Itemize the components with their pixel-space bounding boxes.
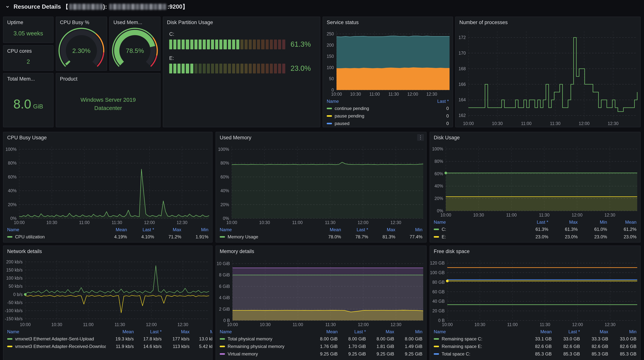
series-name[interactable]: Total physical memory xyxy=(228,336,272,342)
legend-column-header[interactable]: Min xyxy=(578,218,607,226)
panel-title[interactable]: Product xyxy=(60,76,78,81)
series-name[interactable]: continue pending xyxy=(334,106,369,111)
legend-column-header[interactable]: Name xyxy=(220,226,314,233)
legend-column-header[interactable]: Max xyxy=(548,218,578,226)
panel-title[interactable]: CPU cores xyxy=(7,48,32,54)
legend-column-header[interactable]: Min xyxy=(181,226,208,233)
legend-row[interactable]: Remaining space E:82.6 GB82.6 GB82.6 GB8… xyxy=(434,343,636,350)
panel-title[interactable]: Memory details xyxy=(220,248,254,254)
legend-column-header[interactable]: Max xyxy=(368,226,395,233)
legend-column-header[interactable]: Min xyxy=(395,226,422,233)
legend-row[interactable]: vmxnet3 Ethernet Adapter-Sent-Upload19.3… xyxy=(7,335,212,343)
panel-title[interactable]: CPU Busy % xyxy=(60,19,89,25)
legend-row[interactable]: Virtual memory9.25 GiB9.25 GiB9.25 GiB9.… xyxy=(220,350,422,358)
disk-e-percent: 23.0% xyxy=(290,64,314,73)
legend-column-header[interactable]: Name xyxy=(434,328,524,335)
panel-title[interactable]: Number of processes xyxy=(459,19,508,25)
legend-column-header[interactable]: Last * xyxy=(338,328,366,335)
legend-row[interactable]: continue pending0 xyxy=(327,105,449,112)
panel-title[interactable]: Used Mem... xyxy=(114,19,142,25)
legend-column-header[interactable]: Mean xyxy=(310,328,338,335)
legend-column-header[interactable]: Mean xyxy=(607,218,636,226)
legend-column-header[interactable]: Name xyxy=(327,97,415,105)
legend-column-header[interactable]: Max xyxy=(580,328,608,335)
series-name[interactable]: C: xyxy=(442,227,446,232)
series-name[interactable]: Virtual memory xyxy=(228,351,258,357)
memory-details-chart[interactable]: 10 GiB8 GiB6 GiB4 GiB2 GiB0 B10:0010:301… xyxy=(216,256,426,328)
series-name[interactable]: Remaining space C: xyxy=(442,336,482,342)
svg-text:11:00: 11:00 xyxy=(79,220,90,225)
panel-title[interactable]: CPU Busy Usage xyxy=(7,135,47,140)
svg-text:100%: 100% xyxy=(218,147,229,152)
series-name[interactable]: Memory Usage xyxy=(228,234,258,240)
legend-column-header[interactable]: Last * xyxy=(127,226,154,233)
processes-chart[interactable]: 16216416616817017210:0010:3011:0011:3012… xyxy=(456,27,640,127)
series-color-marker xyxy=(7,338,12,340)
panel-title[interactable]: Disk Usage xyxy=(434,135,460,140)
bargauge-cell xyxy=(178,39,180,49)
legend-column-header[interactable]: Last * xyxy=(552,328,580,335)
legend-column-header[interactable]: Last * xyxy=(341,226,368,233)
used-memory-chart[interactable]: 0%20%40%60%80%100%10:0010:3011:0011:3012… xyxy=(216,143,426,226)
legend-column-header[interactable]: Max xyxy=(154,226,181,233)
legend-row[interactable]: E:23.0%23.0%23.0%23.0% xyxy=(434,233,636,241)
legend-value: 1.70 GiB xyxy=(338,343,366,350)
legend-row[interactable]: Total space C:85.3 GB85.3 GB85.3 GB85.3 … xyxy=(434,350,636,358)
disk-usage-chart[interactable]: 0%20%40%60%80%100%10:0010:3011:0011:3012… xyxy=(430,143,640,218)
series-name[interactable]: pause pending xyxy=(334,113,364,119)
panel-title[interactable]: Uptime xyxy=(7,19,23,25)
panel-title[interactable]: Free disk space xyxy=(434,248,470,254)
legend-row[interactable]: CPU utilization4.19%4.10%71.2%1.91% xyxy=(7,233,208,241)
panel-title[interactable]: Service status xyxy=(327,19,359,25)
panel-uptime: Uptime 3.05 weeks xyxy=(3,16,54,43)
legend-column-header[interactable]: Name xyxy=(434,218,519,226)
legend-row[interactable]: C:61.3%61.3%61.0%61.2% xyxy=(434,226,636,233)
series-name[interactable]: vmxnet3 Ethernet Adapter-Received-Downlo… xyxy=(15,344,106,349)
legend-column-header[interactable]: Mean xyxy=(524,328,552,335)
legend-row[interactable]: Remaining physical memory1.76 GiB1.70 Gi… xyxy=(220,343,422,350)
legend-column-header[interactable]: Mean xyxy=(100,226,127,233)
panel-menu-icon[interactable]: ⋮ xyxy=(417,134,424,141)
series-name[interactable]: paused xyxy=(334,121,350,126)
legend-value: 82.6 GB xyxy=(552,343,580,350)
legend-column-header[interactable]: Max xyxy=(366,328,394,335)
legend-row[interactable]: paused0 xyxy=(327,120,449,127)
legend-column-header[interactable]: Name xyxy=(7,328,106,335)
panel-title[interactable]: Total Mem... xyxy=(7,76,35,81)
panel-title[interactable]: Network details xyxy=(7,248,42,254)
row-title[interactable]: Resource Details 【): :9200】 xyxy=(14,3,188,11)
legend-column-header[interactable]: Min xyxy=(190,328,212,335)
legend-column-header[interactable]: Mean xyxy=(314,226,341,233)
legend-row[interactable]: Total physical memory8.00 GiB8.00 GiB8.0… xyxy=(220,335,422,343)
series-name[interactable]: CPU utilization xyxy=(15,234,45,240)
panel-network-details: Network details 200 kb/s150 kb/s100 kb/s… xyxy=(3,246,212,360)
panel-title[interactable]: Disk Partition Usage xyxy=(167,19,213,25)
legend-row[interactable]: pause pending0 xyxy=(327,112,449,120)
legend-row[interactable]: vmxnet3 Ethernet Adapter-Received-Downlo… xyxy=(7,343,212,350)
legend-column-header[interactable]: Min xyxy=(608,328,636,335)
network-details-chart[interactable]: 200 kb/s150 kb/s100 kb/s50 kb/s0 b/s-50 … xyxy=(4,256,212,328)
panel-title[interactable]: Used Memory xyxy=(220,135,251,140)
service-status-chart[interactable]: 05010015020025010:0010:3011:0011:3012:00… xyxy=(323,27,452,97)
legend-column-header[interactable]: Last * xyxy=(519,218,548,226)
legend-column-header[interactable]: Last * xyxy=(415,97,449,105)
cpu-busy-usage-chart[interactable]: 0%20%40%60%80%100%10:0010:3011:0011:3012… xyxy=(4,143,212,226)
series-name[interactable]: Remaining physical memory xyxy=(228,344,284,349)
legend-row[interactable]: Memory Usage78.0%78.7%81.3%77.4% xyxy=(220,233,422,241)
series-name[interactable]: vmxnet3 Ethernet Adapter-Sent-Upload xyxy=(15,336,94,342)
svg-text:11:00: 11:00 xyxy=(521,121,532,126)
legend-column-header[interactable]: Mean xyxy=(106,328,134,335)
legend-column-header[interactable]: Last * xyxy=(134,328,162,335)
legend-column-header[interactable]: Name xyxy=(7,226,100,233)
cpu-cores-value: 2 xyxy=(26,58,30,65)
series-name[interactable]: Total space C: xyxy=(442,351,470,357)
free-disk-space-chart[interactable]: 120 GB100 GB80 GB60 GB40 GB20 GB0 B10:00… xyxy=(430,256,640,328)
legend-column-header[interactable]: Name xyxy=(220,328,310,335)
series-name[interactable]: E: xyxy=(442,234,446,240)
legend-column-header[interactable]: Max xyxy=(162,328,190,335)
legend-column-header[interactable]: Min xyxy=(394,328,422,335)
legend-row[interactable]: Remaining space C:33.1 GB33.0 GB33.3 GB3… xyxy=(434,335,636,343)
row-collapse-chevron-icon[interactable] xyxy=(4,4,10,10)
series-name[interactable]: Remaining space E: xyxy=(442,344,482,349)
legend-value: 1.76 GiB xyxy=(310,343,338,350)
